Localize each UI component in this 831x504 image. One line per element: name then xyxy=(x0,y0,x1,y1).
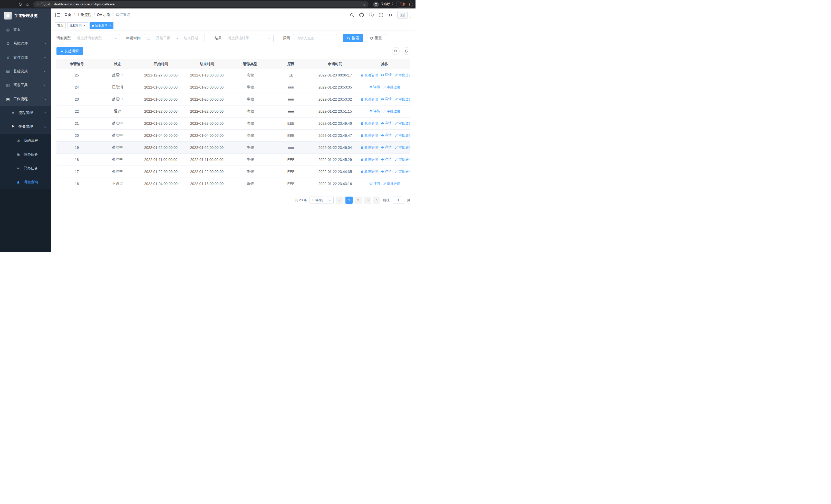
page-button-2[interactable]: 2 xyxy=(355,197,362,204)
back-button[interactable]: ← xyxy=(3,1,9,8)
sidebar-item-system[interactable]: ⚙系统管理 xyxy=(0,37,51,51)
detail-link[interactable]: 详情 xyxy=(381,169,392,174)
address-bar[interactable]: ⚠ 不安全 dashboard.yudao.iocoder.cn/bpm/oa/… xyxy=(33,1,369,7)
chevron-down-icon[interactable]: ▾ xyxy=(410,16,411,19)
sidebar-item-label: 工作流程 xyxy=(13,97,28,101)
cancel-leave-link[interactable]: 取消请假 xyxy=(361,97,378,101)
progress-link[interactable]: 审批进度 xyxy=(395,157,410,162)
breadcrumb-item[interactable]: OA 示例 xyxy=(97,12,110,17)
tab-home[interactable]: 首页 xyxy=(55,22,66,29)
sidebar-item-task-mgmt[interactable]: ⚑任务管理 xyxy=(0,120,51,134)
cell-id: 17 xyxy=(56,166,97,178)
bookmark-star-icon[interactable]: ☆ xyxy=(362,2,366,6)
detail-link[interactable]: 详情 xyxy=(381,145,392,150)
warning-icon: ⚠ xyxy=(36,2,39,6)
cancel-leave-link[interactable]: 取消请假 xyxy=(361,169,378,174)
home-button[interactable]: ⌂ xyxy=(24,1,31,8)
detail-link[interactable]: 详情 xyxy=(381,72,392,77)
cell-type: 事假 xyxy=(230,93,271,105)
browser-menu-button[interactable]: 更新 ⋮ xyxy=(396,1,413,7)
forward-button[interactable]: → xyxy=(10,1,17,8)
breadcrumb-item[interactable]: 工作流程 xyxy=(77,12,91,17)
table-refresh-button[interactable] xyxy=(403,47,410,55)
detail-link[interactable]: 详情 xyxy=(369,85,380,89)
reset-button[interactable]: 重置 xyxy=(366,34,386,42)
breadcrumb-item[interactable]: 首页 xyxy=(64,12,71,17)
sidebar-item-infrastructure[interactable]: ▤基础设施 xyxy=(0,64,51,78)
sidebar-toggle-button[interactable] xyxy=(55,13,60,17)
sidebar-item-todo-task[interactable]: ◉待办任务 xyxy=(0,148,51,161)
next-page-button[interactable]: › xyxy=(373,197,380,204)
detail-link[interactable]: 详情 xyxy=(381,97,392,101)
sidebar-item-dev-tools[interactable]: ▥研发工具 xyxy=(0,78,51,92)
cell-type: 事假 xyxy=(230,81,271,93)
cancel-leave-link[interactable]: 取消请假 xyxy=(361,133,378,138)
search-icon[interactable] xyxy=(350,13,354,17)
detail-link[interactable]: 详情 xyxy=(369,109,380,113)
github-icon[interactable] xyxy=(359,12,364,17)
page-button-1[interactable]: 1 xyxy=(345,197,353,204)
kebab-menu-icon[interactable]: ⋮ xyxy=(407,2,411,6)
chevron-down-icon xyxy=(44,69,46,72)
create-leave-button[interactable]: + 发起请假 xyxy=(56,47,83,55)
apply-time-range-picker[interactable]: 开始日期 - 结束日期 xyxy=(144,34,205,42)
progress-link[interactable]: 审批进度 xyxy=(395,169,410,174)
close-icon[interactable]: × xyxy=(84,24,86,27)
leave-type-select[interactable]: 请选择请假类型 xyxy=(74,34,120,42)
cancel-leave-link[interactable]: 取消请假 xyxy=(361,121,378,126)
help-icon[interactable]: ? xyxy=(369,12,374,17)
page-button-3[interactable]: 3 xyxy=(364,197,371,204)
progress-link[interactable]: 审批进度 xyxy=(395,73,410,78)
tab-leave-query[interactable]: 请假查询× xyxy=(90,22,114,29)
prev-page-button[interactable]: ‹ xyxy=(336,197,343,204)
security-chip[interactable]: ⚠ 不安全 xyxy=(36,2,50,6)
sidebar-item-label: 我的流程 xyxy=(24,138,38,143)
toggle-search-button[interactable] xyxy=(392,47,400,55)
update-chip[interactable]: 更新 xyxy=(399,2,406,6)
cell-end: 2022-01-22 00:00:00 xyxy=(184,105,230,117)
tab-process-detail[interactable]: 流程详情× xyxy=(67,22,88,29)
detail-link[interactable]: 详情 xyxy=(381,157,392,162)
progress-link[interactable]: 审批进度 xyxy=(383,181,400,186)
page-size-select[interactable]: 10条/页 xyxy=(310,197,334,204)
table-toolbar: + 发起请假 xyxy=(56,47,410,55)
leave-table: 申请编号状态开始时间结束时间请假类型原因申请时间操作 25处理中2021-12-… xyxy=(56,59,410,190)
action-label: 详情 xyxy=(373,109,380,113)
table-row: 25处理中2021-12-27 00:00:002022-01-19 00:00… xyxy=(56,69,410,81)
sidebar-item-home[interactable]: ◎首页 xyxy=(0,23,51,37)
delete-icon xyxy=(361,134,364,137)
leave-type-label: 请假类型 xyxy=(56,36,71,40)
detail-link[interactable]: 详情 xyxy=(381,133,392,138)
cancel-leave-link[interactable]: 取消请假 xyxy=(361,73,378,78)
result-select[interactable]: 请选择流结果 xyxy=(225,34,274,42)
sidebar-item-workflow[interactable]: ▣工作流程 xyxy=(0,92,51,106)
sidebar-item-done-task[interactable]: ✂已办任务 xyxy=(0,161,51,175)
sidebar-item-payment[interactable]: ¥支付管理 xyxy=(0,51,51,64)
close-icon[interactable]: × xyxy=(109,24,111,27)
progress-link[interactable]: 审批进度 xyxy=(395,133,410,138)
progress-link[interactable]: 审批进度 xyxy=(395,121,410,126)
fullscreen-icon[interactable] xyxy=(379,13,383,17)
sidebar-item-leave-query[interactable]: ♟请假查询 xyxy=(0,175,51,189)
sidebar-item-process-mgmt[interactable]: ≣流程管理 xyxy=(0,106,51,120)
progress-link[interactable]: 审批进度 xyxy=(395,145,410,150)
reason-input[interactable] xyxy=(293,34,337,42)
action-label: 审批进度 xyxy=(387,85,400,90)
detail-link[interactable]: 详情 xyxy=(381,121,392,125)
cancel-leave-link[interactable]: 取消请假 xyxy=(361,157,378,162)
progress-link[interactable]: 审批进度 xyxy=(383,109,400,114)
cell-id: 18 xyxy=(56,153,97,166)
font-size-icon[interactable]: TT xyxy=(388,13,392,17)
progress-link[interactable]: 审批进度 xyxy=(383,85,400,90)
detail-link[interactable]: 详情 xyxy=(369,181,380,186)
cancel-leave-link[interactable]: 取消请假 xyxy=(361,145,378,150)
sidebar-item-my-process[interactable]: ✉我的流程 xyxy=(0,134,51,148)
browser-toolbar: ← → ⌂ ⚠ 不安全 dashboard.yudao.iocoder.cn/b… xyxy=(0,0,416,8)
search-button[interactable]: 搜索 xyxy=(343,34,363,42)
security-label: 不安全 xyxy=(40,2,50,6)
cell-id: 23 xyxy=(56,93,97,105)
progress-link[interactable]: 审批进度 xyxy=(395,97,410,101)
user-avatar[interactable] xyxy=(397,11,407,19)
goto-page-input[interactable] xyxy=(393,197,404,204)
reload-button[interactable] xyxy=(17,1,24,8)
